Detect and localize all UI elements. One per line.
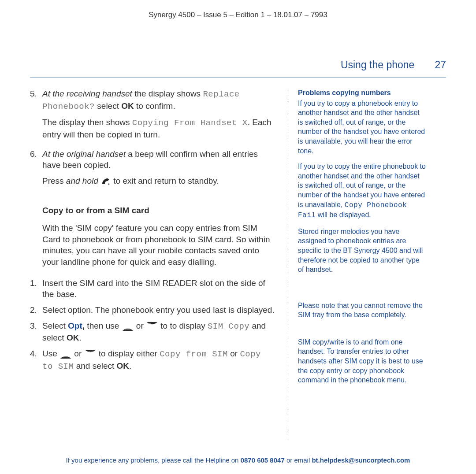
down-menu-icon: Menu bbox=[146, 322, 158, 331]
footer-phone: 0870 605 8047 bbox=[241, 456, 285, 464]
step-6: 6. At the original handset a beep will c… bbox=[30, 148, 275, 171]
step-text: At the original handset a beep will conf… bbox=[42, 148, 275, 171]
italic-phrase: At the original handset bbox=[42, 149, 126, 159]
lcd-text: SIM Copy bbox=[208, 322, 249, 331]
sim-step-4: 4. Use Menu or Menu to display either Co… bbox=[30, 348, 275, 372]
text: and select bbox=[74, 361, 116, 370]
text: Press bbox=[42, 176, 66, 185]
text: or bbox=[74, 349, 84, 358]
footer-text: or email bbox=[285, 456, 312, 464]
text: Use bbox=[42, 349, 60, 358]
text: the display shows bbox=[132, 89, 203, 98]
step-number: 3. bbox=[30, 320, 42, 344]
side-column: Problems copying numbers If you try to c… bbox=[298, 88, 426, 441]
text: then use bbox=[85, 321, 121, 330]
text: to exit and return to standby. bbox=[113, 176, 219, 185]
section-header: Using the phone 27 bbox=[30, 59, 446, 71]
page: Synergy 4500 – Issue 5 – Edition 1 – 18.… bbox=[0, 0, 476, 474]
sim-step-2: 2. Select option. The phonebook entry yo… bbox=[30, 304, 275, 316]
text: . bbox=[129, 361, 131, 370]
svg-point-0 bbox=[108, 183, 110, 185]
text: to to display bbox=[160, 321, 208, 330]
step-text: Use Menu or Menu to display either Copy … bbox=[42, 348, 275, 372]
content-columns: 5. At the receiving handset the display … bbox=[30, 88, 446, 441]
step-6-continuation: Press and hold to exit and return to sta… bbox=[42, 175, 275, 187]
main-column: 5. At the receiving handset the display … bbox=[30, 88, 288, 441]
step-number: 5. bbox=[30, 88, 42, 112]
up-menu-icon: Menu bbox=[122, 322, 134, 331]
down-menu-icon: Menu bbox=[84, 350, 97, 359]
step-number: 6. bbox=[30, 148, 42, 171]
italic-phrase: At the receiving handset bbox=[42, 89, 132, 98]
step-text: Insert the SIM card into the SIM READER … bbox=[42, 278, 275, 300]
text: The display then shows bbox=[42, 118, 132, 127]
sim-step-1: 1. Insert the SIM card into the SIM READ… bbox=[30, 278, 275, 300]
svg-text:Menu: Menu bbox=[125, 327, 130, 330]
step-number: 4. bbox=[30, 348, 42, 372]
ok-label: OK bbox=[117, 361, 130, 370]
footer-text: If you experience any problems, please c… bbox=[66, 456, 241, 464]
sidebar-paragraph: Stored ringer melodies you have assigned… bbox=[298, 227, 426, 274]
opt-label: Opt bbox=[68, 321, 82, 330]
sim-intro: With the 'SIM copy' feature you can copy… bbox=[42, 222, 275, 268]
column-divider bbox=[288, 88, 288, 441]
hangup-icon bbox=[100, 177, 111, 186]
step-text: At the receiving handset the display sho… bbox=[42, 88, 275, 112]
sidebar-paragraph: If you try to copy the entire phonebook … bbox=[298, 162, 426, 221]
footer: If you experience any problems, please c… bbox=[30, 456, 446, 464]
lcd-text: Copy from SIM bbox=[160, 349, 228, 359]
text: to confirm. bbox=[134, 101, 175, 111]
step-5: 5. At the receiving handset the display … bbox=[30, 88, 275, 112]
doc-header: Synergy 4500 – Issue 5 – Edition 1 – 18.… bbox=[30, 11, 446, 19]
svg-text:Menu: Menu bbox=[149, 323, 155, 326]
step-text: Select Opt, then use Menu or Menu to to … bbox=[42, 320, 275, 344]
ok-label: OK bbox=[67, 333, 79, 342]
page-number: 27 bbox=[435, 59, 446, 71]
sidebar-paragraph: Please note that you cannot remove the S… bbox=[298, 301, 426, 320]
step-5-continuation: The display then shows Copying From Hand… bbox=[42, 117, 275, 140]
sim-step-3: 3. Select Opt, then use Menu or Menu to … bbox=[30, 320, 275, 344]
text: . bbox=[79, 333, 81, 342]
ok-label: OK bbox=[121, 101, 134, 111]
text: Select bbox=[42, 321, 68, 330]
text: will be displayed. bbox=[316, 211, 371, 218]
italic-phrase: and hold bbox=[66, 176, 98, 185]
text: to display either bbox=[99, 349, 160, 358]
sidebar-heading: Problems copying numbers bbox=[298, 88, 426, 98]
text: or bbox=[228, 349, 240, 358]
up-menu-icon: Menu bbox=[60, 350, 72, 359]
svg-text:Menu: Menu bbox=[63, 355, 69, 358]
svg-text:Menu: Menu bbox=[87, 351, 93, 353]
sidebar-paragraph: If you try to copy a phonebook entry to … bbox=[298, 99, 426, 156]
section-title: Using the phone bbox=[341, 59, 415, 71]
lcd-text: Copying From Handset X bbox=[132, 118, 248, 128]
step-number: 2. bbox=[30, 304, 42, 316]
text: select bbox=[95, 101, 121, 111]
step-number: 1. bbox=[30, 278, 42, 300]
footer-email: bt.helpdesk@suncorptech.com bbox=[312, 456, 410, 464]
sidebar-paragraph: SIM copy/write is to and from one handse… bbox=[298, 337, 426, 385]
text: or bbox=[136, 321, 146, 330]
horizontal-rule bbox=[30, 77, 446, 78]
step-text: Select option. The phonebook entry you u… bbox=[42, 304, 275, 316]
sim-heading: Copy to or from a SIM card bbox=[42, 205, 275, 216]
